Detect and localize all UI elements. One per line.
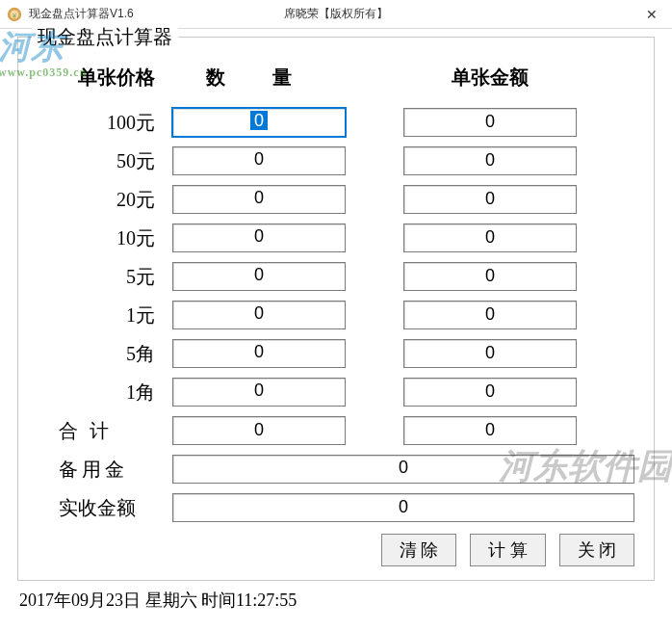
denom-row: 10元00 [38,223,634,252]
amt-value: 0 [403,146,577,175]
denom-row: 1元00 [38,301,634,329]
amt-value: 0 [403,301,577,329]
denom-label: 5元 [38,264,172,290]
qty-input[interactable]: 0 [172,223,346,252]
actual-label: 实收金额 [38,495,172,521]
window-title-center: 席晓荣【版权所有】 [284,6,388,22]
denom-label: 50元 [38,148,172,174]
amt-value: 0 [403,378,577,407]
amt-value: 0 [403,223,577,252]
amt-value: 0 [403,339,577,368]
header-denom: 单张价格 [38,65,172,91]
denom-row: 50元00 [38,146,634,175]
calculator-group: 现金盘点计算器 单张价格 数 量 单张金额 100元0050元0020元0010… [17,37,655,581]
denom-row: 5元00 [38,262,634,291]
button-bar: 清 除 计 算 关 闭 [38,534,634,566]
total-label: 合计 [38,418,172,444]
denom-label: 10元 [38,225,172,251]
reserve-label: 备用金 [38,457,172,483]
qty-input[interactable]: 0 [172,378,346,407]
reserve-input[interactable]: 0 [172,455,634,484]
group-title: 现金盘点计算器 [32,24,178,50]
qty-input[interactable]: 0 [172,108,346,137]
denom-label: 100元 [38,110,172,136]
header-qty: 数 量 [172,65,346,91]
qty-input[interactable]: 0 [172,185,346,214]
denom-label: 1角 [38,380,172,406]
window-title-left: 现金盘点计算器V1.6 [29,6,134,22]
denom-label: 20元 [38,187,172,213]
actual-row: 实收金额 0 [38,493,634,522]
header-row: 单张价格 数 量 单张金额 [38,65,634,91]
qty-input[interactable]: 0 [172,262,346,291]
denom-label: 1元 [38,302,172,328]
qty-input[interactable]: 0 [172,146,346,175]
reserve-row: 备用金 0 [38,455,634,484]
total-qty: 0 [172,416,346,445]
denom-label: 5角 [38,341,172,367]
status-datetime: 2017年09月23日 星期六 时间11:27:55 [17,589,655,612]
qty-input[interactable]: 0 [172,301,346,329]
denom-row: 1角00 [38,378,634,407]
denom-row: 5角00 [38,339,634,368]
app-icon: ¥ [6,6,23,23]
calc-button[interactable]: 计 算 [470,534,546,566]
amt-value: 0 [403,262,577,291]
total-amt: 0 [403,416,577,445]
clear-button[interactable]: 清 除 [381,534,457,566]
amt-value: 0 [403,185,577,214]
total-row: 合计 0 0 [38,416,634,445]
header-amt: 单张金额 [403,65,577,91]
actual-value: 0 [172,493,634,522]
denom-row: 20元00 [38,185,634,214]
window-close-button[interactable]: ✕ [632,0,672,29]
close-button[interactable]: 关 闭 [559,534,635,566]
qty-input[interactable]: 0 [172,339,346,368]
denom-row: 100元00 [38,108,634,137]
amt-value: 0 [403,108,577,137]
